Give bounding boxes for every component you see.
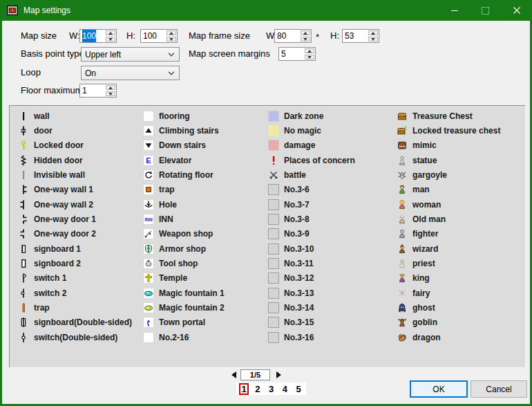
spin-down-button[interactable] xyxy=(368,37,378,41)
legend-item[interactable]: Places of concern xyxy=(268,153,355,167)
legend-item[interactable]: switch 1 xyxy=(18,271,132,286)
legend-item[interactable]: signboard 2 xyxy=(18,256,132,270)
legend-item[interactable]: signboard(Double-sided) xyxy=(18,315,132,330)
legend-item[interactable]: No.3-8 xyxy=(268,212,355,226)
legend-item[interactable]: wall xyxy=(18,109,132,123)
spin-up-button[interactable] xyxy=(305,48,314,53)
spin-up-button[interactable] xyxy=(368,30,378,35)
legend-item[interactable]: No.3-10 xyxy=(268,241,355,256)
legend-item-label: Dark zone xyxy=(284,111,323,121)
legend-item[interactable]: No.3-6 xyxy=(268,183,355,197)
floor-maximum-input[interactable]: 1 xyxy=(79,84,117,98)
spin-down-button[interactable] xyxy=(305,55,314,59)
legend-item[interactable]: woman xyxy=(397,197,500,212)
legend-item[interactable]: man xyxy=(397,183,500,197)
legend-item[interactable]: mimic xyxy=(397,138,500,153)
legend-item[interactable]: No.3-15 xyxy=(268,315,355,330)
legend-item[interactable]: Down stairs xyxy=(143,138,225,153)
legend-item[interactable]: Magic fountain 2 xyxy=(143,300,225,315)
legend-item[interactable]: Magic fountain 1 xyxy=(143,286,225,300)
legend-item[interactable]: priest xyxy=(397,256,500,270)
legend-item[interactable]: flooring xyxy=(143,109,225,123)
legend-item[interactable]: No.3-11 xyxy=(268,256,355,270)
basis-point-type-select[interactable]: Upper left xyxy=(81,47,180,62)
page-number-2[interactable]: 2 xyxy=(253,384,263,394)
spin-down-button[interactable] xyxy=(106,91,115,96)
legend-item[interactable]: Climbing stairs xyxy=(143,123,225,138)
legend-item[interactable]: dragon xyxy=(397,330,500,344)
legend-item[interactable]: battle xyxy=(268,167,355,182)
map-screen-margins-input[interactable]: 5 xyxy=(278,47,316,61)
legend-column-4: Treasure ChestLocked treasure chestmimic… xyxy=(397,109,500,345)
spin-up-button[interactable] xyxy=(301,30,310,35)
loop-select[interactable]: On xyxy=(81,66,180,80)
legend-item[interactable]: door xyxy=(18,123,132,138)
legend-item[interactable]: No.3-9 xyxy=(268,227,355,241)
cancel-button[interactable]: Cancel xyxy=(471,380,527,398)
legend-item[interactable]: goblin xyxy=(397,315,500,330)
legend-item[interactable]: No.3-13 xyxy=(268,286,355,300)
legend-item[interactable]: Hole xyxy=(143,197,225,212)
legend-item[interactable]: No.3-7 xyxy=(268,197,355,212)
legend-item[interactable]: No.3-14 xyxy=(268,300,355,315)
legend-item[interactable]: Armor shop xyxy=(143,241,225,256)
page-number-5[interactable]: 5 xyxy=(294,384,303,394)
legend-item[interactable]: One-way door 1 xyxy=(18,212,132,226)
legend-item[interactable]: fighter xyxy=(397,227,500,241)
legend-item[interactable]: One-way wall 2 xyxy=(18,197,132,212)
legend-item[interactable]: damage xyxy=(268,138,355,153)
legend-item[interactable]: Old man xyxy=(397,212,500,226)
legend-item[interactable]: statue xyxy=(397,153,500,167)
legend-item[interactable]: No.3-12 xyxy=(268,271,355,286)
legend-item[interactable]: trap xyxy=(143,183,225,197)
spin-up-button[interactable] xyxy=(106,30,115,35)
legend-item[interactable]: No magic xyxy=(268,123,355,138)
page-number-3[interactable]: 3 xyxy=(267,384,276,394)
map-size-h-input[interactable]: 100 xyxy=(140,29,178,43)
spin-down-button[interactable] xyxy=(301,37,310,41)
map-frame-w-input[interactable]: 80 xyxy=(274,29,312,43)
legend-item[interactable]: king xyxy=(397,271,500,286)
map-frame-times-label: * xyxy=(316,30,319,44)
legend-item[interactable]: Town portal xyxy=(143,315,225,330)
page-number-1[interactable]: 1 xyxy=(239,383,249,395)
legend-item[interactable]: Rotating floor xyxy=(143,167,225,182)
next-page-button[interactable] xyxy=(274,370,283,380)
legend-item[interactable]: No.3-16 xyxy=(268,330,355,344)
legend-item[interactable]: switch(Double-sided) xyxy=(18,330,132,344)
spin-down-button[interactable] xyxy=(106,37,115,41)
legend-item[interactable]: Temple xyxy=(143,271,225,286)
legend-item[interactable]: ghost xyxy=(397,300,500,315)
map-frame-h-input[interactable]: 53 xyxy=(342,29,379,43)
legend-item[interactable]: Locked door xyxy=(18,138,132,153)
close-button[interactable] xyxy=(501,0,532,21)
legend-item[interactable]: trap xyxy=(18,300,132,315)
legend-item[interactable]: switch 2 xyxy=(18,286,132,300)
legend-item[interactable]: INNINN xyxy=(143,212,225,226)
spin-up-button[interactable] xyxy=(106,85,115,90)
legend-item[interactable]: No.2-16 xyxy=(143,330,225,344)
legend-item[interactable]: gargoyle xyxy=(397,167,500,182)
legend-item[interactable]: One-way door 2 xyxy=(18,227,132,241)
spin-down-button[interactable] xyxy=(167,37,176,41)
legend-item[interactable]: signboard 1 xyxy=(18,241,132,256)
page-number-4[interactable]: 4 xyxy=(280,384,289,394)
ok-button[interactable]: OK xyxy=(410,380,468,398)
legend-item[interactable]: Tool shop xyxy=(143,256,225,270)
legend-item[interactable]: One-way wall 1 xyxy=(18,183,132,197)
legend-item[interactable]: Hidden door xyxy=(18,153,132,167)
legend-item[interactable]: Locked treasure chest xyxy=(397,123,500,138)
legend-item[interactable]: wizard xyxy=(397,241,500,256)
legend-item[interactable]: Invisible wall xyxy=(18,167,132,182)
up-arrow-icon xyxy=(371,32,375,35)
legend-item[interactable]: Weapon shop xyxy=(143,227,225,241)
map-size-w-input[interactable]: 100 xyxy=(79,29,117,43)
signboard-double-icon xyxy=(18,317,29,328)
legend-item[interactable]: EElevator xyxy=(143,153,225,167)
legend-item[interactable]: Treasure Chest xyxy=(397,109,500,123)
previous-page-button[interactable] xyxy=(229,370,238,380)
legend-item[interactable]: Dark zone xyxy=(268,109,355,123)
legend-item[interactable]: fairy xyxy=(397,286,500,300)
minimize-button[interactable] xyxy=(439,0,470,21)
spin-up-button[interactable] xyxy=(167,30,176,35)
